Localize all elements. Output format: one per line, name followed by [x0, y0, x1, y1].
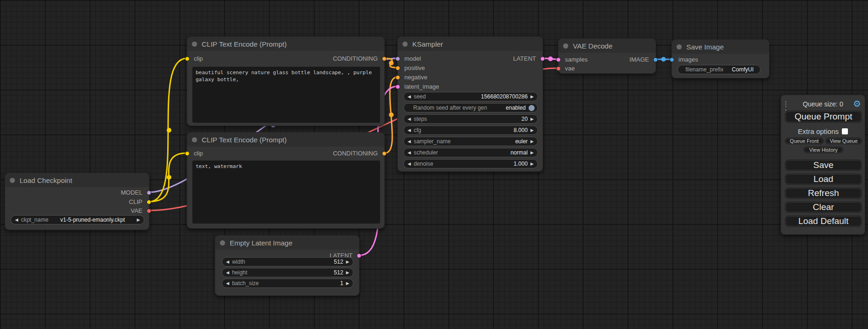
widget-filename-prefix[interactable]: filename_prefix ComfyUI: [677, 65, 761, 74]
input-dot-images[interactable]: [670, 57, 674, 62]
load-default-button[interactable]: Load Default: [785, 216, 862, 227]
widget-cfg[interactable]: ◀ cfg 8.000 ▶: [403, 126, 538, 135]
prompt-textarea[interactable]: text, watermark: [192, 161, 380, 224]
node-title-bar[interactable]: CLIP Text Encode (Prompt): [187, 133, 384, 147]
widget-value: ComfyUI: [732, 66, 754, 73]
node-title: VAE Decode: [573, 42, 613, 50]
node-title: KSampler: [412, 40, 443, 48]
output-dot-image[interactable]: [653, 57, 658, 62]
prompt-textarea[interactable]: beautiful scenery nature glass bottle la…: [192, 67, 380, 123]
collapse-dot-icon[interactable]: [192, 42, 197, 47]
arrow-left-icon[interactable]: ◀: [408, 117, 411, 121]
widget-width[interactable]: ◀ width 512 ▶: [222, 257, 353, 266]
node-ksampler[interactable]: KSampler model positive negative latent_…: [397, 36, 543, 172]
widget-batch-size[interactable]: ◀ batch_size 1 ▶: [222, 279, 353, 288]
view-queue-button[interactable]: View Queue: [826, 138, 862, 144]
input-dot-clip[interactable]: [185, 56, 190, 61]
refresh-button[interactable]: Refresh: [785, 188, 862, 199]
queue-front-button[interactable]: Queue Front: [785, 138, 824, 144]
toggle-dot-icon[interactable]: [529, 105, 535, 111]
widget-value: 156680208700286: [481, 93, 528, 100]
node-empty-latent-image[interactable]: Empty Latent Image LATENT ◀ width 512 ▶ …: [215, 235, 360, 296]
collapse-dot-icon[interactable]: [10, 178, 15, 183]
node-clip-text-encode-negative[interactable]: CLIP Text Encode (Prompt) clip CONDITION…: [187, 132, 385, 229]
widget-label: Random seed after every gen: [413, 105, 487, 111]
node-title-bar[interactable]: VAE Decode: [558, 39, 656, 53]
node-title-bar[interactable]: KSampler: [398, 37, 543, 51]
output-dot-latent[interactable]: [357, 253, 361, 258]
output-label: LATENT: [513, 55, 536, 63]
node-title-bar[interactable]: CLIP Text Encode (Prompt): [187, 37, 384, 51]
node-load-checkpoint[interactable]: Load Checkpoint MODEL CLIP VAE ◀ ckpt_na…: [5, 173, 149, 230]
load-button[interactable]: Load: [785, 174, 862, 185]
output-dot-conditioning[interactable]: [382, 56, 387, 61]
input-dot-positive[interactable]: [395, 66, 400, 70]
arrow-right-icon[interactable]: ▶: [530, 151, 534, 155]
arrow-right-icon[interactable]: ▶: [346, 281, 349, 286]
clear-button[interactable]: Clear: [785, 202, 862, 213]
widget-height[interactable]: ◀ height 512 ▶: [222, 268, 353, 277]
arrow-right-icon[interactable]: ▶: [530, 95, 534, 99]
widget-random-seed-toggle[interactable]: Random seed after every gen enabled: [403, 103, 538, 112]
arrow-right-icon[interactable]: ▶: [530, 128, 534, 133]
input-dot-vae[interactable]: [556, 66, 561, 71]
arrow-right-icon[interactable]: ▶: [137, 218, 140, 222]
node-save-image[interactable]: Save Image images filename_prefix ComfyU…: [671, 39, 769, 78]
save-button[interactable]: Save: [785, 160, 862, 171]
input-dot-samples[interactable]: [556, 57, 561, 62]
node-title-bar[interactable]: Empty Latent Image: [215, 236, 359, 250]
output-dot-vae[interactable]: [147, 209, 151, 213]
input-dot-clip[interactable]: [185, 151, 190, 156]
node-title-bar[interactable]: Load Checkpoint: [5, 173, 149, 187]
arrow-right-icon[interactable]: ▶: [346, 271, 349, 275]
collapse-dot-icon[interactable]: [192, 137, 197, 142]
widget-label: sampler_name: [414, 138, 451, 145]
output-dot-latent[interactable]: [540, 56, 545, 61]
widget-denoise[interactable]: ◀ denoise 1.000 ▶: [403, 159, 538, 168]
output-label: CONDITIONING: [333, 150, 378, 157]
extra-options-checkbox[interactable]: [842, 128, 848, 134]
queue-prompt-button[interactable]: Queue Prompt: [785, 111, 862, 123]
widget-value: 8.000: [514, 127, 528, 133]
input-label: clip: [194, 55, 203, 63]
view-history-button[interactable]: View History: [804, 147, 843, 153]
arrow-right-icon[interactable]: ▶: [346, 260, 349, 264]
arrow-left-icon[interactable]: ◀: [408, 140, 411, 144]
arrow-left-icon[interactable]: ◀: [408, 151, 411, 155]
input-dot-latent-image[interactable]: [395, 84, 400, 89]
arrow-left-icon[interactable]: ◀: [408, 95, 411, 99]
widget-ckpt-name[interactable]: ◀ ckpt_name v1-5-pruned-emaonly.ckpt ▶: [11, 215, 144, 224]
collapse-dot-icon[interactable]: [677, 44, 682, 49]
widget-seed[interactable]: ◀ seed 156680208700286 ▶: [403, 92, 538, 101]
output-dot-clip[interactable]: [147, 200, 151, 204]
input-label: negative: [404, 74, 427, 81]
input-dot-negative[interactable]: [395, 75, 400, 80]
widget-sampler-name[interactable]: ◀ sampler_name euler ▶: [403, 137, 538, 146]
widget-label: cfg: [414, 127, 421, 133]
widget-label: steps: [414, 116, 427, 122]
node-title: CLIP Text Encode (Prompt): [202, 136, 287, 144]
output-dot-conditioning[interactable]: [382, 151, 387, 156]
node-title-bar[interactable]: Save Image: [672, 40, 769, 54]
arrow-left-icon[interactable]: ◀: [226, 260, 229, 264]
arrow-left-icon[interactable]: ◀: [408, 162, 411, 166]
input-dot-model[interactable]: [395, 56, 400, 61]
widget-scheduler[interactable]: ◀ scheduler normal ▶: [403, 148, 538, 157]
collapse-dot-icon[interactable]: [402, 42, 408, 47]
gear-icon[interactable]: ⚙: [853, 99, 861, 108]
comfyui-canvas[interactable]: { "icons": { "arrow_left": "◀", "arrow_r…: [0, 0, 868, 329]
arrow-left-icon[interactable]: ◀: [226, 271, 229, 275]
arrow-left-icon[interactable]: ◀: [226, 281, 229, 286]
arrow-left-icon[interactable]: ◀: [408, 128, 411, 133]
node-vae-decode[interactable]: VAE Decode samples vae IMAGE: [558, 38, 656, 74]
node-clip-text-encode-positive[interactable]: CLIP Text Encode (Prompt) clip CONDITION…: [187, 36, 385, 126]
collapse-dot-icon[interactable]: [220, 240, 225, 245]
arrow-left-icon[interactable]: ◀: [15, 218, 18, 222]
arrow-right-icon[interactable]: ▶: [530, 140, 534, 144]
widget-steps[interactable]: ◀ steps 20 ▶: [403, 114, 538, 124]
arrow-right-icon[interactable]: ▶: [530, 162, 534, 166]
output-dot-model[interactable]: [147, 190, 151, 195]
arrow-right-icon[interactable]: ▶: [530, 117, 534, 121]
collapse-dot-icon[interactable]: [563, 43, 568, 49]
queue-panel: Queue size: 0 ⚙ Queue Prompt Extra optio…: [781, 95, 865, 235]
